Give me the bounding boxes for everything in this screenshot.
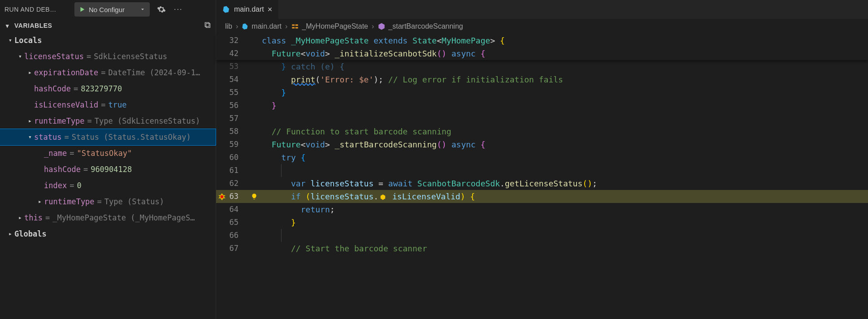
var-status-hashCode[interactable]: hashCode = 960904128 <box>0 161 216 177</box>
code-line[interactable]: 56 } <box>216 99 868 112</box>
var-this[interactable]: ▸ this = _MyHomePageState (_MyHomePageS… <box>0 210 216 226</box>
chevron-down-icon: ▾ <box>26 129 34 145</box>
code-line[interactable]: 65 } <box>216 216 868 229</box>
var-expirationDate[interactable]: ▸ expirationDate = DateTime (2024-09-1… <box>0 65 216 81</box>
breakpoint-hit-icon[interactable] <box>216 193 228 201</box>
variables-label: VARIABLES <box>14 22 52 29</box>
code-line[interactable]: 58 // Function to start barcode scanning <box>216 125 868 138</box>
dart-file-icon <box>242 23 249 30</box>
code-line[interactable]: 66 <box>216 229 868 242</box>
tab-main-dart[interactable]: main.dart × <box>216 0 279 19</box>
debug-toolbar: RUN AND DEB… No Configur ··· <box>0 0 216 19</box>
chevron-right-icon: › <box>285 22 287 30</box>
close-icon[interactable]: × <box>268 5 273 14</box>
code-line[interactable]: 60 try { <box>216 151 868 164</box>
var-status-index[interactable]: index = 0 <box>0 177 216 194</box>
class-icon <box>291 22 299 30</box>
code-line[interactable]: 57 <box>216 112 868 125</box>
code-line[interactable]: 59 Future<void> _startBarcodeScanning() … <box>216 138 868 151</box>
code-line-current[interactable]: 63 if (licenseStatus. isLicenseValid) { <box>216 190 868 203</box>
chevron-down-icon: ▾ <box>16 48 24 65</box>
svg-rect-0 <box>206 24 210 28</box>
code-line[interactable]: 54 print('Error: $e'); // Log error if i… <box>216 73 868 86</box>
code-line[interactable]: 55 } <box>216 86 868 99</box>
panel-title: RUN AND DEB… <box>4 6 71 13</box>
code-line[interactable]: 62 var licenseStatus = await ScanbotBarc… <box>216 177 868 190</box>
chevron-right-icon: › <box>372 22 374 30</box>
code-line[interactable]: 67 // Start the barcode scanner <box>216 242 868 255</box>
chevron-down-icon: ▾ <box>6 32 14 48</box>
lightbulb-icon[interactable] <box>248 193 260 200</box>
svg-point-2 <box>221 195 224 198</box>
code-line[interactable]: 64 return; <box>216 203 868 216</box>
tab-filename: main.dart <box>234 5 264 13</box>
var-hashCode[interactable]: hashCode = 823279770 <box>0 81 216 97</box>
gear-icon[interactable] <box>157 5 166 14</box>
svg-rect-1 <box>205 22 209 26</box>
var-isLicenseValid[interactable]: isLicenseValid = true <box>0 97 216 113</box>
chevron-right-icon: ▸ <box>26 113 34 129</box>
scope-label: Globals <box>14 226 47 242</box>
chevron-right-icon: › <box>236 22 238 30</box>
editor-area: main.dart × lib › main.dart › _MyHomePag… <box>216 0 868 319</box>
var-licenseStatus[interactable]: ▾ licenseStatus = SdkLicenseStatus <box>0 48 216 65</box>
config-label: No Configur <box>89 6 136 13</box>
var-status[interactable]: ▾ status = Status (Status.StatusOkay) <box>0 129 216 145</box>
dart-file-icon <box>222 5 230 13</box>
code-editor[interactable]: 53 } catch (e) { 54 print('Error: $e'); … <box>216 60 868 319</box>
collapse-all-icon[interactable] <box>204 22 212 30</box>
chevron-down-icon: ▾ <box>4 22 12 29</box>
chevron-right-icon: ▸ <box>16 210 24 226</box>
chevron-right-icon: ▸ <box>6 226 14 242</box>
breadcrumb-folder[interactable]: lib <box>225 22 232 30</box>
chevron-right-icon: ▸ <box>36 194 44 210</box>
scope-label: Locals <box>14 32 42 48</box>
launch-config-selector[interactable]: No Configur <box>74 2 150 17</box>
chevron-down-icon <box>140 7 145 12</box>
var-status-name[interactable]: _name = "StatusOkay" <box>0 145 216 161</box>
debug-panel: RUN AND DEB… No Configur ··· ▾ VARIABLES… <box>0 0 216 319</box>
scope-locals[interactable]: ▾ Locals <box>0 32 216 48</box>
breadcrumb-method[interactable]: _startBarcodeScanning <box>378 22 463 30</box>
method-icon <box>378 22 386 30</box>
more-icon[interactable]: ··· <box>174 5 182 13</box>
play-icon <box>79 6 85 13</box>
property-icon <box>378 193 387 202</box>
scope-globals[interactable]: ▸ Globals <box>0 226 216 242</box>
breadcrumb-class[interactable]: _MyHomePageState <box>291 22 368 30</box>
breadcrumb-file[interactable]: main.dart <box>242 22 282 30</box>
code-line[interactable]: 61 <box>216 164 868 177</box>
var-runtimeType-1[interactable]: ▸ runtimeType = Type (SdkLicenseStatus) <box>0 113 216 129</box>
var-status-runtimeType[interactable]: ▸ runtimeType = Type (Status) <box>0 194 216 210</box>
sticky-line-42[interactable]: 42 Future<void> _initializeScanbotSdk() … <box>216 47 868 60</box>
variables-tree: ▾ Locals ▾ licenseStatus = SdkLicenseSta… <box>0 32 216 242</box>
tab-bar: main.dart × <box>216 0 868 19</box>
sticky-line-32[interactable]: 32 class _MyHomePageState extends State<… <box>216 34 868 47</box>
code-line[interactable]: 53 } catch (e) { <box>216 60 868 73</box>
breadcrumb: lib › main.dart › _MyHomePageState › _st… <box>216 19 868 34</box>
chevron-right-icon: ▸ <box>26 65 34 81</box>
sticky-scroll: 32 class _MyHomePageState extends State<… <box>216 34 868 60</box>
variables-section-header[interactable]: ▾ VARIABLES <box>0 19 216 32</box>
